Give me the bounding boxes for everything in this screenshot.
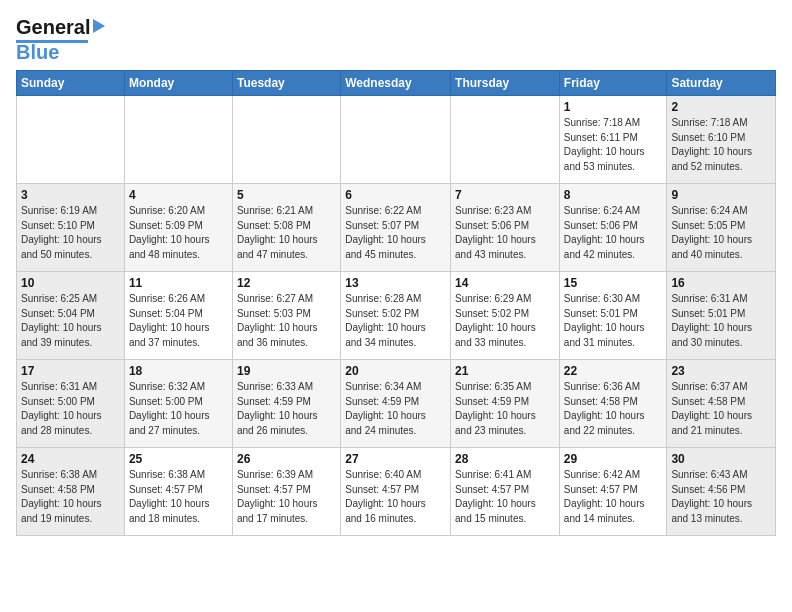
day-info: Sunrise: 6:21 AM Sunset: 5:08 PM Dayligh… — [237, 204, 336, 262]
day-number: 16 — [671, 276, 771, 290]
day-number: 11 — [129, 276, 228, 290]
day-info: Sunrise: 6:25 AM Sunset: 5:04 PM Dayligh… — [21, 292, 120, 350]
day-number: 4 — [129, 188, 228, 202]
day-number: 30 — [671, 452, 771, 466]
weekday-header: Sunday — [17, 71, 125, 96]
logo-general: General — [16, 16, 90, 39]
day-info: Sunrise: 6:32 AM Sunset: 5:00 PM Dayligh… — [129, 380, 228, 438]
calendar-cell: 10Sunrise: 6:25 AM Sunset: 5:04 PM Dayli… — [17, 272, 125, 360]
day-number: 8 — [564, 188, 663, 202]
weekday-header: Tuesday — [232, 71, 340, 96]
day-number: 24 — [21, 452, 120, 466]
day-info: Sunrise: 6:35 AM Sunset: 4:59 PM Dayligh… — [455, 380, 555, 438]
calendar-cell: 23Sunrise: 6:37 AM Sunset: 4:58 PM Dayli… — [667, 360, 776, 448]
page: General Blue SundayMondayTuesdayWednesda… — [0, 0, 792, 552]
calendar-cell: 14Sunrise: 6:29 AM Sunset: 5:02 PM Dayli… — [451, 272, 560, 360]
calendar-cell: 5Sunrise: 6:21 AM Sunset: 5:08 PM Daylig… — [232, 184, 340, 272]
day-number: 7 — [455, 188, 555, 202]
calendar-cell: 11Sunrise: 6:26 AM Sunset: 5:04 PM Dayli… — [124, 272, 232, 360]
day-number: 9 — [671, 188, 771, 202]
header: General Blue — [16, 10, 776, 64]
day-info: Sunrise: 6:37 AM Sunset: 4:58 PM Dayligh… — [671, 380, 771, 438]
day-number: 29 — [564, 452, 663, 466]
calendar-cell: 4Sunrise: 6:20 AM Sunset: 5:09 PM Daylig… — [124, 184, 232, 272]
calendar-cell: 21Sunrise: 6:35 AM Sunset: 4:59 PM Dayli… — [451, 360, 560, 448]
calendar-cell — [341, 96, 451, 184]
day-number: 17 — [21, 364, 120, 378]
day-info: Sunrise: 6:19 AM Sunset: 5:10 PM Dayligh… — [21, 204, 120, 262]
calendar-cell — [451, 96, 560, 184]
weekday-header: Thursday — [451, 71, 560, 96]
day-number: 20 — [345, 364, 446, 378]
calendar-cell: 18Sunrise: 6:32 AM Sunset: 5:00 PM Dayli… — [124, 360, 232, 448]
calendar-cell: 1Sunrise: 7:18 AM Sunset: 6:11 PM Daylig… — [559, 96, 667, 184]
day-info: Sunrise: 6:28 AM Sunset: 5:02 PM Dayligh… — [345, 292, 446, 350]
calendar-cell: 9Sunrise: 6:24 AM Sunset: 5:05 PM Daylig… — [667, 184, 776, 272]
calendar-cell: 19Sunrise: 6:33 AM Sunset: 4:59 PM Dayli… — [232, 360, 340, 448]
day-number: 22 — [564, 364, 663, 378]
weekday-header: Monday — [124, 71, 232, 96]
day-number: 27 — [345, 452, 446, 466]
day-info: Sunrise: 6:23 AM Sunset: 5:06 PM Dayligh… — [455, 204, 555, 262]
day-number: 28 — [455, 452, 555, 466]
calendar-cell: 24Sunrise: 6:38 AM Sunset: 4:58 PM Dayli… — [17, 448, 125, 536]
calendar-cell: 12Sunrise: 6:27 AM Sunset: 5:03 PM Dayli… — [232, 272, 340, 360]
day-info: Sunrise: 6:22 AM Sunset: 5:07 PM Dayligh… — [345, 204, 446, 262]
calendar-cell — [17, 96, 125, 184]
day-info: Sunrise: 6:31 AM Sunset: 5:00 PM Dayligh… — [21, 380, 120, 438]
day-info: Sunrise: 6:38 AM Sunset: 4:57 PM Dayligh… — [129, 468, 228, 526]
day-info: Sunrise: 6:34 AM Sunset: 4:59 PM Dayligh… — [345, 380, 446, 438]
day-info: Sunrise: 6:31 AM Sunset: 5:01 PM Dayligh… — [671, 292, 771, 350]
day-info: Sunrise: 6:36 AM Sunset: 4:58 PM Dayligh… — [564, 380, 663, 438]
day-info: Sunrise: 6:26 AM Sunset: 5:04 PM Dayligh… — [129, 292, 228, 350]
day-number: 3 — [21, 188, 120, 202]
day-number: 26 — [237, 452, 336, 466]
calendar-cell: 30Sunrise: 6:43 AM Sunset: 4:56 PM Dayli… — [667, 448, 776, 536]
calendar-cell: 17Sunrise: 6:31 AM Sunset: 5:00 PM Dayli… — [17, 360, 125, 448]
calendar-cell — [124, 96, 232, 184]
day-info: Sunrise: 6:41 AM Sunset: 4:57 PM Dayligh… — [455, 468, 555, 526]
calendar-cell: 22Sunrise: 6:36 AM Sunset: 4:58 PM Dayli… — [559, 360, 667, 448]
calendar: SundayMondayTuesdayWednesdayThursdayFrid… — [16, 70, 776, 536]
day-info: Sunrise: 6:40 AM Sunset: 4:57 PM Dayligh… — [345, 468, 446, 526]
calendar-cell: 3Sunrise: 6:19 AM Sunset: 5:10 PM Daylig… — [17, 184, 125, 272]
day-number: 5 — [237, 188, 336, 202]
day-number: 12 — [237, 276, 336, 290]
calendar-cell: 6Sunrise: 6:22 AM Sunset: 5:07 PM Daylig… — [341, 184, 451, 272]
day-number: 18 — [129, 364, 228, 378]
day-number: 6 — [345, 188, 446, 202]
calendar-cell: 16Sunrise: 6:31 AM Sunset: 5:01 PM Dayli… — [667, 272, 776, 360]
day-number: 19 — [237, 364, 336, 378]
calendar-week-row: 24Sunrise: 6:38 AM Sunset: 4:58 PM Dayli… — [17, 448, 776, 536]
logo: General Blue — [16, 16, 105, 64]
day-number: 21 — [455, 364, 555, 378]
logo-blue: Blue — [16, 41, 59, 64]
day-info: Sunrise: 6:43 AM Sunset: 4:56 PM Dayligh… — [671, 468, 771, 526]
day-info: Sunrise: 7:18 AM Sunset: 6:11 PM Dayligh… — [564, 116, 663, 174]
day-info: Sunrise: 6:39 AM Sunset: 4:57 PM Dayligh… — [237, 468, 336, 526]
day-info: Sunrise: 6:30 AM Sunset: 5:01 PM Dayligh… — [564, 292, 663, 350]
day-info: Sunrise: 6:24 AM Sunset: 5:05 PM Dayligh… — [671, 204, 771, 262]
calendar-cell: 13Sunrise: 6:28 AM Sunset: 5:02 PM Dayli… — [341, 272, 451, 360]
calendar-cell: 26Sunrise: 6:39 AM Sunset: 4:57 PM Dayli… — [232, 448, 340, 536]
calendar-cell: 7Sunrise: 6:23 AM Sunset: 5:06 PM Daylig… — [451, 184, 560, 272]
calendar-cell: 28Sunrise: 6:41 AM Sunset: 4:57 PM Dayli… — [451, 448, 560, 536]
day-info: Sunrise: 6:42 AM Sunset: 4:57 PM Dayligh… — [564, 468, 663, 526]
day-number: 23 — [671, 364, 771, 378]
day-info: Sunrise: 6:33 AM Sunset: 4:59 PM Dayligh… — [237, 380, 336, 438]
day-number: 13 — [345, 276, 446, 290]
calendar-week-row: 3Sunrise: 6:19 AM Sunset: 5:10 PM Daylig… — [17, 184, 776, 272]
calendar-cell: 2Sunrise: 7:18 AM Sunset: 6:10 PM Daylig… — [667, 96, 776, 184]
day-number: 1 — [564, 100, 663, 114]
day-info: Sunrise: 6:20 AM Sunset: 5:09 PM Dayligh… — [129, 204, 228, 262]
day-number: 14 — [455, 276, 555, 290]
weekday-header: Wednesday — [341, 71, 451, 96]
calendar-header-row: SundayMondayTuesdayWednesdayThursdayFrid… — [17, 71, 776, 96]
calendar-cell: 15Sunrise: 6:30 AM Sunset: 5:01 PM Dayli… — [559, 272, 667, 360]
day-info: Sunrise: 7:18 AM Sunset: 6:10 PM Dayligh… — [671, 116, 771, 174]
day-number: 25 — [129, 452, 228, 466]
calendar-cell — [232, 96, 340, 184]
day-number: 15 — [564, 276, 663, 290]
calendar-cell: 27Sunrise: 6:40 AM Sunset: 4:57 PM Dayli… — [341, 448, 451, 536]
day-info: Sunrise: 6:29 AM Sunset: 5:02 PM Dayligh… — [455, 292, 555, 350]
